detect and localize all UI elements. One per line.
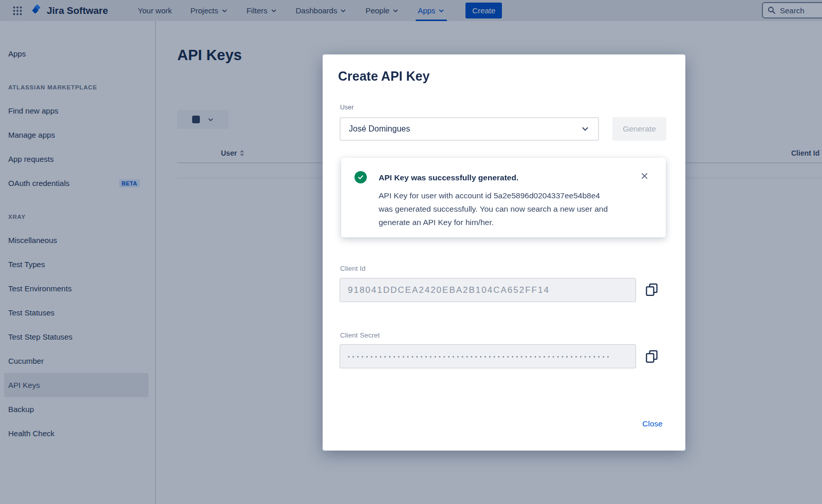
copy-client-id-icon[interactable] — [645, 283, 659, 296]
user-label: User — [340, 104, 353, 111]
client-id-value: 918041DDCEA2420EBA2B104CA652FF14 — [348, 285, 550, 295]
success-check-icon — [354, 171, 367, 183]
client-secret-label: Client Secret — [340, 331, 380, 339]
flag-body-line: API Key for user with account id 5a2e589… — [379, 189, 659, 202]
success-flag: API Key was successfully generated. API … — [341, 158, 666, 237]
client-secret-value: ••••••••••••••••••••••••••••••••••••••••… — [348, 353, 611, 360]
generate-button[interactable]: Generate — [612, 117, 666, 141]
selected-user-value: José Domingues — [349, 124, 410, 134]
client-id-label: Client Id — [340, 265, 366, 272]
user-select[interactable]: José Domingues — [340, 117, 599, 141]
flag-title: API Key was successfully generated. — [379, 173, 518, 182]
select-chevron-icon — [581, 124, 590, 134]
create-api-key-modal: Create API Key User José Domingues Gener… — [323, 54, 685, 451]
client-id-field[interactable]: 918041DDCEA2420EBA2B104CA652FF14 — [340, 278, 636, 302]
client-secret-field[interactable]: ••••••••••••••••••••••••••••••••••••••••… — [340, 344, 636, 368]
flag-body-line: generate an API Key for him/her. — [379, 216, 659, 229]
copy-client-secret-icon[interactable] — [645, 349, 659, 363]
flag-body: API Key for user with account id 5a2e589… — [379, 189, 659, 229]
modal-title: Create API Key — [338, 69, 429, 84]
flag-close-icon[interactable] — [641, 172, 648, 180]
flag-body-line: was generated successfully. You can now … — [379, 202, 659, 216]
close-button[interactable]: Close — [642, 419, 663, 428]
